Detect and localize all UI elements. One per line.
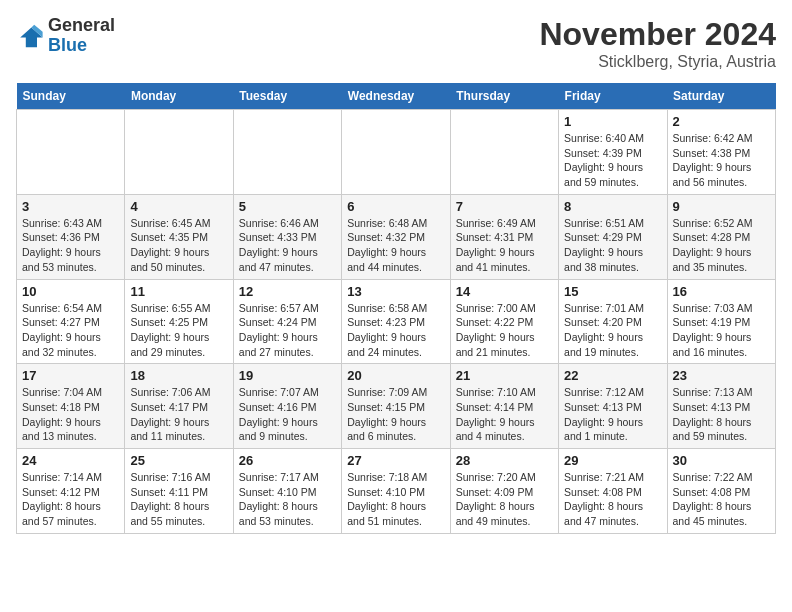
day-number: 16	[673, 284, 770, 299]
day-info: Sunrise: 6:48 AM Sunset: 4:32 PM Dayligh…	[347, 216, 444, 275]
day-number: 6	[347, 199, 444, 214]
calendar-cell: 29Sunrise: 7:21 AM Sunset: 4:08 PM Dayli…	[559, 449, 667, 534]
day-number: 23	[673, 368, 770, 383]
day-number: 8	[564, 199, 661, 214]
calendar-week-0: 1Sunrise: 6:40 AM Sunset: 4:39 PM Daylig…	[17, 110, 776, 195]
weekday-header-sunday: Sunday	[17, 83, 125, 110]
day-info: Sunrise: 6:43 AM Sunset: 4:36 PM Dayligh…	[22, 216, 119, 275]
day-info: Sunrise: 6:57 AM Sunset: 4:24 PM Dayligh…	[239, 301, 336, 360]
day-info: Sunrise: 7:16 AM Sunset: 4:11 PM Dayligh…	[130, 470, 227, 529]
day-info: Sunrise: 7:17 AM Sunset: 4:10 PM Dayligh…	[239, 470, 336, 529]
day-info: Sunrise: 6:42 AM Sunset: 4:38 PM Dayligh…	[673, 131, 770, 190]
calendar-week-3: 17Sunrise: 7:04 AM Sunset: 4:18 PM Dayli…	[17, 364, 776, 449]
day-number: 5	[239, 199, 336, 214]
day-info: Sunrise: 7:12 AM Sunset: 4:13 PM Dayligh…	[564, 385, 661, 444]
logo-text: General Blue	[48, 16, 115, 56]
calendar-cell: 14Sunrise: 7:00 AM Sunset: 4:22 PM Dayli…	[450, 279, 558, 364]
day-number: 14	[456, 284, 553, 299]
calendar-cell: 20Sunrise: 7:09 AM Sunset: 4:15 PM Dayli…	[342, 364, 450, 449]
calendar-cell: 5Sunrise: 6:46 AM Sunset: 4:33 PM Daylig…	[233, 194, 341, 279]
day-info: Sunrise: 6:46 AM Sunset: 4:33 PM Dayligh…	[239, 216, 336, 275]
calendar-cell: 13Sunrise: 6:58 AM Sunset: 4:23 PM Dayli…	[342, 279, 450, 364]
day-number: 25	[130, 453, 227, 468]
weekday-header-wednesday: Wednesday	[342, 83, 450, 110]
calendar-cell: 1Sunrise: 6:40 AM Sunset: 4:39 PM Daylig…	[559, 110, 667, 195]
day-info: Sunrise: 7:22 AM Sunset: 4:08 PM Dayligh…	[673, 470, 770, 529]
day-info: Sunrise: 6:40 AM Sunset: 4:39 PM Dayligh…	[564, 131, 661, 190]
day-info: Sunrise: 7:06 AM Sunset: 4:17 PM Dayligh…	[130, 385, 227, 444]
day-number: 17	[22, 368, 119, 383]
calendar-cell	[125, 110, 233, 195]
calendar-cell	[450, 110, 558, 195]
calendar-cell: 27Sunrise: 7:18 AM Sunset: 4:10 PM Dayli…	[342, 449, 450, 534]
day-info: Sunrise: 6:51 AM Sunset: 4:29 PM Dayligh…	[564, 216, 661, 275]
day-number: 19	[239, 368, 336, 383]
weekday-header-tuesday: Tuesday	[233, 83, 341, 110]
day-number: 3	[22, 199, 119, 214]
calendar-cell	[17, 110, 125, 195]
day-number: 26	[239, 453, 336, 468]
day-number: 15	[564, 284, 661, 299]
weekday-header-row: SundayMondayTuesdayWednesdayThursdayFrid…	[17, 83, 776, 110]
day-number: 22	[564, 368, 661, 383]
calendar-cell	[342, 110, 450, 195]
day-number: 18	[130, 368, 227, 383]
calendar-cell: 21Sunrise: 7:10 AM Sunset: 4:14 PM Dayli…	[450, 364, 558, 449]
day-number: 12	[239, 284, 336, 299]
calendar-week-4: 24Sunrise: 7:14 AM Sunset: 4:12 PM Dayli…	[17, 449, 776, 534]
day-info: Sunrise: 7:01 AM Sunset: 4:20 PM Dayligh…	[564, 301, 661, 360]
weekday-header-saturday: Saturday	[667, 83, 775, 110]
calendar-cell: 26Sunrise: 7:17 AM Sunset: 4:10 PM Dayli…	[233, 449, 341, 534]
calendar-cell: 16Sunrise: 7:03 AM Sunset: 4:19 PM Dayli…	[667, 279, 775, 364]
day-number: 2	[673, 114, 770, 129]
calendar-week-2: 10Sunrise: 6:54 AM Sunset: 4:27 PM Dayli…	[17, 279, 776, 364]
calendar-table: SundayMondayTuesdayWednesdayThursdayFrid…	[16, 83, 776, 534]
day-info: Sunrise: 7:07 AM Sunset: 4:16 PM Dayligh…	[239, 385, 336, 444]
calendar-cell: 11Sunrise: 6:55 AM Sunset: 4:25 PM Dayli…	[125, 279, 233, 364]
calendar-week-1: 3Sunrise: 6:43 AM Sunset: 4:36 PM Daylig…	[17, 194, 776, 279]
weekday-header-monday: Monday	[125, 83, 233, 110]
calendar-cell: 15Sunrise: 7:01 AM Sunset: 4:20 PM Dayli…	[559, 279, 667, 364]
day-info: Sunrise: 6:49 AM Sunset: 4:31 PM Dayligh…	[456, 216, 553, 275]
weekday-header-friday: Friday	[559, 83, 667, 110]
logo-blue: Blue	[48, 35, 87, 55]
day-info: Sunrise: 7:20 AM Sunset: 4:09 PM Dayligh…	[456, 470, 553, 529]
day-info: Sunrise: 7:09 AM Sunset: 4:15 PM Dayligh…	[347, 385, 444, 444]
day-number: 4	[130, 199, 227, 214]
calendar-cell: 12Sunrise: 6:57 AM Sunset: 4:24 PM Dayli…	[233, 279, 341, 364]
calendar-cell: 17Sunrise: 7:04 AM Sunset: 4:18 PM Dayli…	[17, 364, 125, 449]
day-info: Sunrise: 7:21 AM Sunset: 4:08 PM Dayligh…	[564, 470, 661, 529]
day-info: Sunrise: 6:52 AM Sunset: 4:28 PM Dayligh…	[673, 216, 770, 275]
day-number: 1	[564, 114, 661, 129]
day-info: Sunrise: 6:55 AM Sunset: 4:25 PM Dayligh…	[130, 301, 227, 360]
calendar-body: 1Sunrise: 6:40 AM Sunset: 4:39 PM Daylig…	[17, 110, 776, 534]
day-number: 20	[347, 368, 444, 383]
weekday-header-thursday: Thursday	[450, 83, 558, 110]
day-number: 11	[130, 284, 227, 299]
day-number: 7	[456, 199, 553, 214]
logo: General Blue	[16, 16, 115, 56]
calendar-cell: 2Sunrise: 6:42 AM Sunset: 4:38 PM Daylig…	[667, 110, 775, 195]
calendar-cell: 22Sunrise: 7:12 AM Sunset: 4:13 PM Dayli…	[559, 364, 667, 449]
day-info: Sunrise: 7:10 AM Sunset: 4:14 PM Dayligh…	[456, 385, 553, 444]
logo-general: General	[48, 15, 115, 35]
calendar-cell: 30Sunrise: 7:22 AM Sunset: 4:08 PM Dayli…	[667, 449, 775, 534]
day-number: 28	[456, 453, 553, 468]
day-number: 29	[564, 453, 661, 468]
day-number: 9	[673, 199, 770, 214]
title-block: November 2024 Sticklberg, Styria, Austri…	[539, 16, 776, 71]
calendar-cell: 6Sunrise: 6:48 AM Sunset: 4:32 PM Daylig…	[342, 194, 450, 279]
day-number: 13	[347, 284, 444, 299]
day-number: 10	[22, 284, 119, 299]
day-info: Sunrise: 7:00 AM Sunset: 4:22 PM Dayligh…	[456, 301, 553, 360]
calendar-cell: 18Sunrise: 7:06 AM Sunset: 4:17 PM Dayli…	[125, 364, 233, 449]
calendar-cell: 4Sunrise: 6:45 AM Sunset: 4:35 PM Daylig…	[125, 194, 233, 279]
calendar-cell: 25Sunrise: 7:16 AM Sunset: 4:11 PM Dayli…	[125, 449, 233, 534]
calendar-cell: 8Sunrise: 6:51 AM Sunset: 4:29 PM Daylig…	[559, 194, 667, 279]
day-info: Sunrise: 7:13 AM Sunset: 4:13 PM Dayligh…	[673, 385, 770, 444]
calendar-cell: 7Sunrise: 6:49 AM Sunset: 4:31 PM Daylig…	[450, 194, 558, 279]
calendar-cell	[233, 110, 341, 195]
day-info: Sunrise: 7:14 AM Sunset: 4:12 PM Dayligh…	[22, 470, 119, 529]
day-number: 30	[673, 453, 770, 468]
calendar-cell: 28Sunrise: 7:20 AM Sunset: 4:09 PM Dayli…	[450, 449, 558, 534]
